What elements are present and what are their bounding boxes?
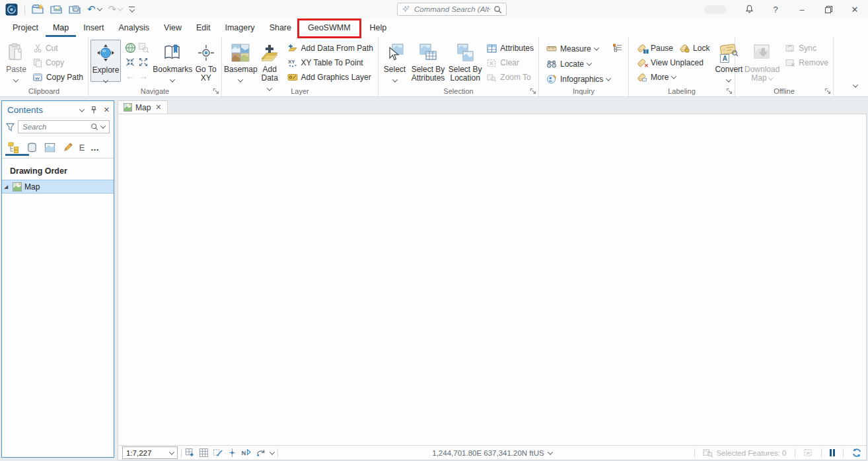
list-by-drawing-order-tab[interactable] [6,139,22,155]
list-by-selection-tab[interactable] [42,139,57,155]
more-list-options-tab[interactable]: … [89,139,102,155]
tab-project[interactable]: Project [5,20,46,37]
fixed-zoom-in-icon[interactable] [125,57,135,67]
refresh-icon[interactable] [851,448,862,458]
full-extent-icon[interactable] [125,42,136,53]
notifications-button[interactable] [736,0,762,18]
paste-button[interactable]: Paste [2,40,30,81]
sketch-constraints-icon[interactable] [213,448,223,458]
tab-analysis[interactable]: Analysis [112,20,157,37]
search-icon[interactable] [493,5,502,14]
collapse-ribbon-chevron-icon[interactable] [853,81,857,90]
infographics-button[interactable]: Infographics [544,71,613,87]
add-graphics-layer-button[interactable]: Add Graphics Layer [285,70,376,85]
attributes-button[interactable]: Attributes [484,41,536,55]
tab-geoswmm-highlighted[interactable]: GeoSWMM [299,20,360,37]
coordinate-readout[interactable]: 1,244,701.80E 637,341.20N ftUS [432,449,552,457]
tab-share[interactable]: Share [262,20,299,37]
open-project-icon[interactable] [50,4,62,15]
tab-edit[interactable]: Edit [189,20,218,37]
north-arrow-icon[interactable]: N [241,448,252,458]
user-account-blurred[interactable] [704,5,727,14]
navigate-dialog-launcher-icon[interactable] [213,88,219,94]
command-search[interactable] [397,3,507,16]
measure-dropdown-chevron-icon[interactable] [593,45,598,50]
customize-quick-access-button[interactable] [129,7,135,13]
bookmarks-dropdown-chevron-icon[interactable] [170,77,175,82]
undo-dropdown-chevron-icon[interactable] [96,5,102,11]
go-to-xy-button[interactable]: Go To XY [192,40,219,83]
select-by-location-button[interactable]: Select By Location [447,40,483,83]
map-grid-icon[interactable] [199,448,209,458]
close-button[interactable]: ✕ [842,0,868,18]
more-labeling-chevron-icon[interactable] [671,73,676,79]
map-grid-add-icon[interactable] [185,448,195,458]
select-button[interactable]: Select [380,40,409,81]
pause-labeling-button[interactable]: ▮▮ Pause [633,41,676,55]
select-by-attributes-button[interactable]: Select By Attributes [409,40,447,83]
explore-button[interactable]: Explore [90,40,121,82]
lock-labeling-button[interactable]: Lock [676,41,712,55]
expand-triangle-icon[interactable]: ◢ [4,184,10,189]
more-labeling-button[interactable]: More [633,70,712,85]
bookmarks-button[interactable]: Bookmarks [153,40,192,81]
search-options-chevron-icon[interactable] [100,123,106,128]
command-search-input[interactable] [414,5,490,13]
rotate-view-icon[interactable] [256,448,266,458]
measure-button[interactable]: Measure [544,41,613,56]
add-data-button[interactable]: Add Data [258,40,282,89]
copy-path-button[interactable]: Copy Path [30,70,86,85]
list-by-data-source-tab[interactable] [24,139,40,155]
save-project-icon[interactable] [69,4,81,15]
locate-button[interactable]: Locate [544,56,613,71]
close-pane-icon[interactable]: ✕ [104,106,110,114]
basemap-dropdown-chevron-icon[interactable] [238,77,243,82]
contents-search-box[interactable] [18,120,110,133]
coordinates-chevron-icon[interactable] [547,449,552,454]
list-by-labeling-tab[interactable]: E [77,139,87,155]
basemap-button[interactable]: Basemap [224,40,258,81]
new-project-icon[interactable] [32,4,44,15]
snapping-icon[interactable] [227,448,237,458]
map-view-tab[interactable]: Map ✕ [118,100,168,114]
tab-help[interactable]: Help [363,20,394,37]
filter-icon[interactable] [6,123,15,131]
sync-icon [785,44,795,53]
clear-icon [487,59,497,67]
paste-dropdown-chevron-icon[interactable] [13,77,18,82]
status-options-chevron-icon[interactable] [270,449,275,454]
close-view-icon[interactable]: ✕ [155,103,161,112]
select-dropdown-chevron-icon[interactable] [392,77,397,82]
pane-options-chevron-icon[interactable] [79,106,85,112]
map-canvas[interactable] [118,114,867,445]
tab-insert[interactable]: Insert [76,20,111,37]
explore-dropdown-chevron-icon[interactable] [103,77,108,83]
tab-imagery[interactable]: Imagery [217,20,262,37]
help-button[interactable]: ? [762,0,789,18]
tab-map[interactable]: Map [46,20,76,37]
map-scale-combo[interactable]: 1:7,227 [122,446,178,459]
undo-icon[interactable]: ↶ [87,5,96,14]
xy-table-to-point-button[interactable]: XY XY Table To Point [285,55,376,70]
list-by-editing-tab[interactable] [59,139,75,155]
contents-search-input[interactable] [22,123,88,131]
redo-button[interactable]: ↷ [108,5,123,14]
redo-dropdown-chevron-icon[interactable] [118,5,123,11]
labeling-dialog-launcher-icon[interactable] [726,88,733,94]
map-tree-item[interactable]: ◢ Map [2,180,114,194]
undo-button[interactable]: ↶ [87,5,102,14]
infographics-dropdown-chevron-icon[interactable] [606,75,611,81]
fixed-zoom-out-icon[interactable] [138,57,149,67]
pause-drawing-icon[interactable] [830,449,836,456]
tab-view[interactable]: View [157,20,189,37]
coordinate-conversion-icon[interactable] [612,43,622,52]
restore-button[interactable] [815,0,842,18]
add-data-from-path-button[interactable]: Add Data From Path [285,41,376,55]
pin-icon[interactable] [90,106,97,114]
selection-dialog-launcher-icon[interactable] [530,88,536,94]
convert-dropdown-chevron-icon[interactable] [726,77,731,82]
locate-dropdown-chevron-icon[interactable] [587,60,592,65]
minimize-button[interactable]: – [789,0,815,18]
offline-dialog-launcher-icon[interactable] [824,88,831,94]
view-unplaced-button[interactable]: ✕ View Unplaced [633,55,712,70]
